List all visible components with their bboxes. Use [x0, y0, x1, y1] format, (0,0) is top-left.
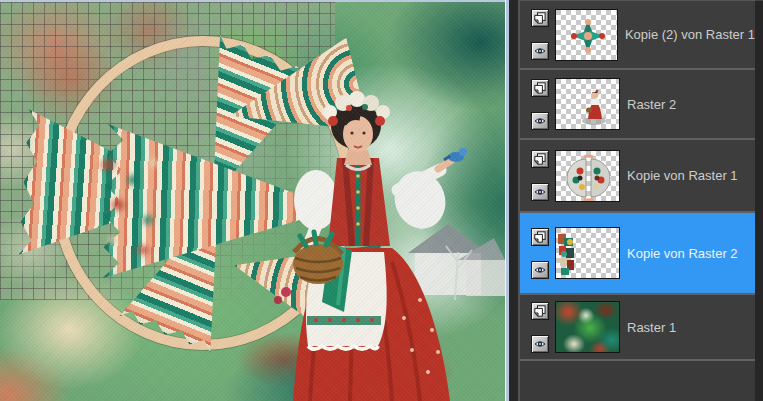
- layer-name: Raster 1: [627, 320, 676, 335]
- layer-name: Raster 2: [627, 97, 676, 112]
- pages-icon[interactable]: [531, 79, 549, 97]
- panel-empty-area: [520, 361, 755, 392]
- layer-row-raster-1[interactable]: Raster 1: [520, 295, 755, 361]
- layer-row-kopie-von-raster-2[interactable]: Kopie von Raster 2: [520, 213, 755, 295]
- panel-right-edge: [755, 0, 763, 401]
- eye-icon[interactable]: [531, 112, 549, 130]
- layer-thumbnail[interactable]: [555, 78, 620, 130]
- pages-icon[interactable]: [531, 9, 549, 27]
- layer-thumbnail[interactable]: [555, 227, 620, 279]
- layers-panel: Kopie (2) von Raster 1: [520, 0, 755, 401]
- app-window: Kopie (2) von Raster 1: [0, 0, 763, 401]
- eye-icon[interactable]: [531, 183, 549, 201]
- layer-row-raster-2[interactable]: Raster 2: [520, 70, 755, 140]
- eye-icon[interactable]: [531, 335, 549, 353]
- eye-icon[interactable]: [531, 42, 549, 60]
- layer-thumbnail[interactable]: [555, 9, 618, 61]
- pages-icon[interactable]: [531, 150, 549, 168]
- layer-name: Kopie von Raster 2: [627, 246, 738, 261]
- layer-name: Kopie (2) von Raster 1: [625, 27, 755, 42]
- eye-icon[interactable]: [531, 261, 549, 279]
- layer-thumbnail[interactable]: [555, 150, 620, 202]
- layer-row-kopie-2-von-raster-1[interactable]: Kopie (2) von Raster 1: [520, 1, 755, 70]
- panel-gutter: [509, 0, 518, 401]
- layer-thumbnail[interactable]: [555, 301, 620, 353]
- canvas-window-top-border: [0, 0, 509, 2]
- layer-name: Kopie von Raster 1: [627, 168, 738, 183]
- pages-icon[interactable]: [531, 302, 549, 320]
- layer-row-kopie-von-raster-1[interactable]: Kopie von Raster 1: [520, 140, 755, 213]
- canvas-window-right-border: [505, 0, 509, 401]
- pages-icon[interactable]: [531, 228, 549, 246]
- brushstroke-texture-overlay: [0, 0, 505, 401]
- image-canvas[interactable]: [0, 0, 505, 401]
